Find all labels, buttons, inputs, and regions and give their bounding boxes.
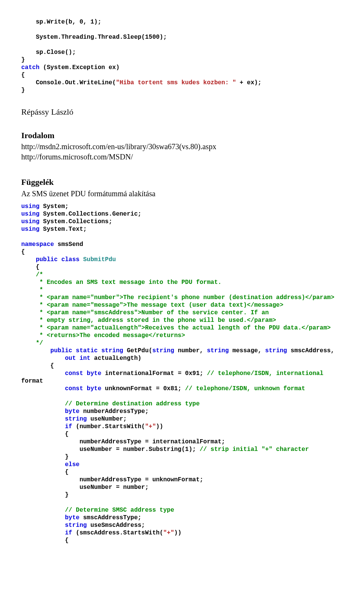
section-title-irodalom: Irodalom [21, 130, 343, 141]
code-line: else [21, 461, 80, 468]
code-line: { [21, 72, 25, 79]
code-line: if (number.StartsWith("+")) [21, 423, 163, 430]
inline-comment: // strip initial "+" character [199, 446, 309, 453]
code-line: { [21, 264, 39, 271]
code-line: } [21, 454, 69, 460]
code-line: string useSmscAddress; [21, 522, 145, 529]
code-line: if (smscAddress.StartsWith("+")) [21, 530, 181, 536]
code-line: { [21, 362, 54, 369]
code-line: using System.Text; [21, 226, 87, 233]
inline-comment: // telephone/ISDN, international [207, 370, 327, 377]
code-line: } [21, 57, 25, 63]
code-line: { [21, 249, 25, 255]
code-line: { [21, 537, 69, 544]
code-line: sp.Write(b, 0, 1); [21, 19, 101, 25]
reference-link-2: http://forums.microsoft.com/MSDN/ [21, 152, 343, 162]
keyword-catch: catch [21, 64, 39, 71]
code-line: useNumber = number.Substring(1); // stri… [21, 446, 309, 453]
reference-link-1: http://msdn2.microsoft.com/en-us/library… [21, 142, 343, 152]
author-name: Répássy László [21, 106, 343, 118]
code-line: catch (System.Exception ex) [21, 64, 119, 71]
code-block-2: using System; using System.Collections.G… [21, 203, 343, 544]
code-line: // Determine destination address type [21, 400, 199, 407]
code-line: System.Threading.Thread.Sleep(1500); [21, 34, 167, 41]
code-line: } [21, 87, 25, 94]
code-line: numberAddressType = internationalFormat; [21, 438, 225, 445]
code-line: public class SubmitPdu [21, 256, 116, 263]
comment-block: /* * Encodes an SMS text message into th… [21, 271, 334, 347]
string-literal: "+" [163, 530, 174, 536]
code-line: byte smscAddressType; [21, 514, 141, 521]
code-block-1: sp.Write(b, 0, 1); System.Threading.Thre… [21, 18, 343, 94]
code-line: using System.Collections.Generic; [21, 211, 141, 217]
code-line: const byte unknownFormat = 0x81; // tele… [21, 385, 305, 392]
code-line: public static string GetPdu(string numbe… [21, 347, 334, 354]
code-line: } [21, 492, 69, 498]
code-line: namespace smsSend [21, 241, 83, 248]
string-literal: "+" [145, 423, 156, 430]
code-line: // Determine SMSC address type [21, 507, 174, 514]
code-line: format [21, 378, 43, 385]
code-line: sp.Close(); [21, 49, 76, 56]
inline-comment: // telephone/ISDN, unknown format [185, 385, 305, 392]
class-name: SubmitPdu [83, 256, 116, 263]
code-line: byte numberAddressType; [21, 408, 149, 415]
section-title-fuggelek: Függelék [21, 177, 343, 188]
code-line: out int actualLength) [21, 355, 141, 362]
string-literal: "Hiba tortent sms kudes kozben: " [116, 79, 236, 86]
code-line: numberAddressType = unknownFormat; [21, 476, 203, 483]
code-line: using System; [21, 203, 69, 210]
code-line: using System.Collections; [21, 218, 112, 225]
code-line: { [21, 469, 69, 476]
code-line: useNumber = number; [21, 484, 149, 491]
section-subtitle: Az SMS üzenet PDU formátummá alakítása [21, 189, 343, 199]
code-line: Console.Out.WriteLine("Hiba tortent sms … [21, 79, 262, 86]
code-line: { [21, 431, 69, 438]
code-line: const byte internationalFormat = 0x91; /… [21, 370, 327, 377]
code-line: string useNumber; [21, 416, 127, 422]
